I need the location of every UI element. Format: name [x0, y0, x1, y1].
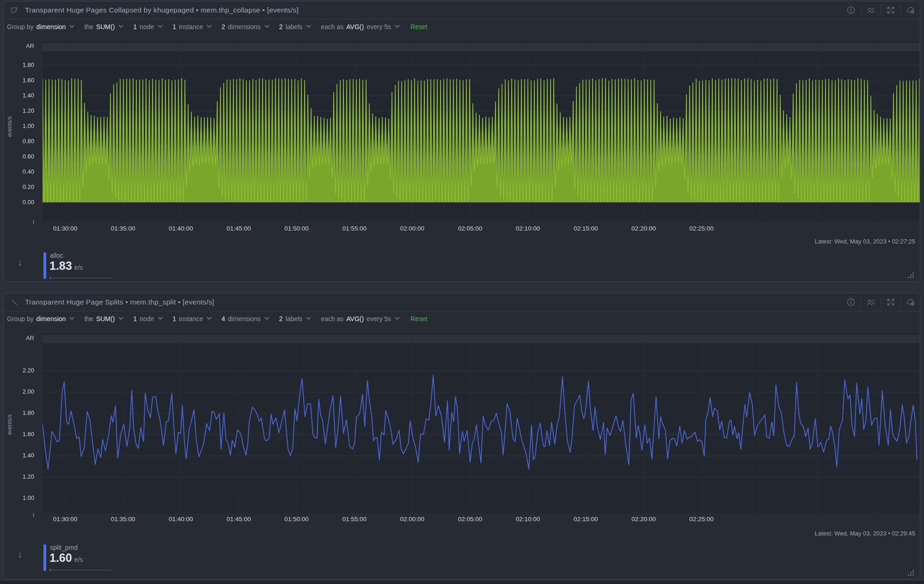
waveform [43, 343, 920, 508]
y-axis-title: events/s [6, 108, 13, 145]
toolbar-dropdown-1-instance[interactable]: 1instance [172, 23, 212, 30]
dropdown-prefix: each as [321, 23, 343, 30]
legend: ↓ split_pmd 1.60e/s [4, 543, 161, 573]
dimension-name[interactable]: split_pmd [50, 544, 78, 551]
y-tick-label: 0.20 [4, 183, 34, 190]
dropdown-value: 2 [279, 315, 283, 322]
dropdown-value: 1 [172, 315, 176, 322]
chevron-down-icon [158, 25, 163, 28]
chevron-down-icon [69, 317, 74, 320]
y-tick-label: 0.60 [4, 153, 34, 160]
cloud-add-icon[interactable] [906, 6, 915, 15]
toolbar-dropdown-1-node[interactable]: 1node [133, 23, 163, 30]
plot-area[interactable] [43, 333, 920, 512]
toolbar-dropdown-2-labels[interactable]: 2labels [279, 23, 311, 30]
chart-title: Transparent Huge Pages Collapsed by khug… [25, 6, 299, 14]
x-tick-label: 01:55:00 [342, 516, 367, 523]
dropdown-value: 2 [221, 23, 225, 30]
chevron-down-icon [306, 317, 311, 320]
y-tick-label: 0.40 [4, 168, 34, 175]
x-tick-label: 01:50:00 [284, 225, 309, 232]
info-ribbon-label: i [4, 219, 34, 225]
info-icon[interactable] [846, 6, 856, 15]
dimension-unit: e/s [74, 264, 83, 271]
dimension-name[interactable]: alloc [50, 252, 63, 259]
page-bottom-edge [0, 581, 924, 584]
area-chart-icon[interactable] [10, 6, 19, 15]
toolbar-dropdown-dimension[interactable]: Group bydimension [7, 23, 74, 30]
info-icon[interactable] [846, 298, 856, 307]
plot-area[interactable] [43, 41, 920, 221]
dimension-color-bar [43, 252, 46, 279]
resize-grip[interactable] [907, 272, 914, 279]
toolbar-dropdown-avg-every5s[interactable]: each asAVG()every 5s [321, 315, 400, 322]
reset-button[interactable]: Reset [410, 23, 428, 30]
info-ribbon-label: i [4, 511, 34, 518]
divider [861, 297, 861, 307]
dropdown-suffix: dimensions [228, 23, 261, 30]
toolbar-dropdown-sum[interactable]: theSUM() [84, 23, 123, 30]
dropdown-prefix: Group by [7, 315, 34, 322]
x-tick-label: 01:35:00 [111, 225, 135, 232]
x-tick-label: 01:50:00 [284, 516, 309, 523]
x-tick-label: 02:15:00 [574, 225, 598, 232]
anomaly-dot [49, 569, 51, 571]
legend-progress-track [50, 570, 111, 571]
x-tick-label: 02:05:00 [458, 516, 483, 523]
chevron-down-icon [207, 317, 212, 320]
dropdown-suffix: labels [286, 23, 303, 30]
y-tick-label: 1.00 [4, 494, 34, 501]
sort-arrow-icon[interactable]: ↓ [18, 549, 23, 560]
x-tick-label: 02:00:00 [400, 516, 425, 523]
chevron-down-icon [118, 25, 123, 28]
toolbar-dropdown-2-dimensions[interactable]: 2dimensions [221, 23, 269, 30]
divider [861, 5, 861, 15]
line-chart-icon[interactable] [10, 298, 19, 307]
dropdown-value: 4 [221, 315, 225, 322]
y-tick-label: 2.00 [4, 388, 34, 395]
anomaly-ribbon [43, 43, 920, 51]
y-tick-label: 1.40 [4, 92, 34, 99]
chart-card-thp-split: Transparent Huge Page Splits • mem.thp_s… [3, 293, 920, 579]
chevron-down-icon [158, 317, 163, 320]
legend-progress-track [50, 278, 111, 279]
fullscreen-icon[interactable] [886, 298, 895, 307]
x-tick-label: 02:10:00 [516, 516, 540, 523]
chevron-down-icon [264, 25, 269, 28]
toolbar-dropdown-dimension[interactable]: Group bydimension [7, 315, 74, 322]
dropdown-suffix: node [140, 315, 154, 322]
dropdown-prefix: the [84, 23, 93, 30]
chart-card-thp-collapse: Transparent Huge Pages Collapsed by khug… [3, 1, 920, 282]
resize-grip[interactable] [907, 569, 914, 576]
reset-button[interactable]: Reset [410, 315, 428, 322]
anomaly-rate-label: AR [4, 335, 34, 341]
chevron-down-icon [395, 25, 400, 28]
x-tick-label: 01:40:00 [169, 516, 193, 523]
y-tick-label: 1.40 [4, 452, 34, 459]
cloud-add-icon[interactable] [906, 298, 915, 307]
waveform [43, 51, 920, 204]
toolbar-dropdown-avg-every5s[interactable]: each asAVG()every 5s [321, 23, 400, 30]
toolbar-dropdown-1-node[interactable]: 1node [133, 315, 163, 322]
chart-type-icon[interactable] [866, 298, 875, 307]
dropdown-value: AVG() [346, 315, 364, 322]
anomaly-rate-label: AR [4, 43, 34, 49]
x-tick-label: 02:00:00 [400, 225, 425, 232]
chart-type-icon[interactable] [866, 6, 875, 15]
fullscreen-icon[interactable] [886, 6, 895, 15]
chevron-down-icon [264, 317, 269, 320]
x-tick-label: 01:45:00 [226, 516, 251, 523]
dimension-unit: e/s [74, 556, 83, 563]
toolbar-dropdown-2-labels[interactable]: 2labels [279, 315, 311, 322]
x-tick-label: 02:15:00 [574, 516, 598, 523]
chevron-down-icon [69, 25, 74, 28]
divider [881, 5, 881, 15]
y-axis-title: events/s [6, 406, 13, 443]
dropdown-value: 1 [172, 23, 176, 30]
dropdown-suffix: instance [179, 315, 203, 322]
toolbar-dropdown-sum[interactable]: theSUM() [84, 315, 123, 322]
toolbar-dropdown-1-instance[interactable]: 1instance [172, 315, 212, 322]
anomaly-ribbon [43, 335, 920, 343]
toolbar-dropdown-4-dimensions[interactable]: 4dimensions [221, 315, 269, 322]
sort-arrow-icon[interactable]: ↓ [18, 257, 23, 268]
